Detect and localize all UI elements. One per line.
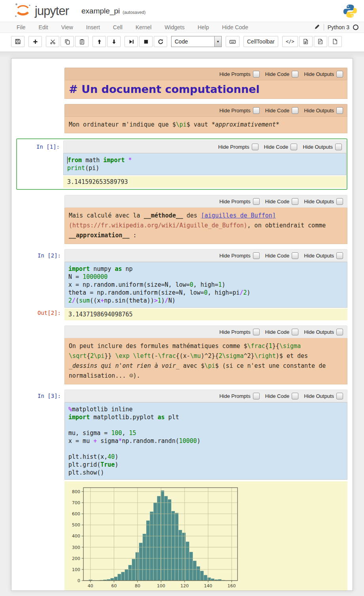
toolbar-group-keyboard <box>226 36 240 47</box>
file-text-button[interactable] <box>299 36 313 47</box>
cut-button[interactable] <box>46 36 59 47</box>
markdown-source[interactable]: On peut inclure des formules mathématiqu… <box>64 338 347 384</box>
select-dropdown-arrow-icon: ▼ <box>214 36 221 47</box>
hide-outputs-checkbox[interactable] <box>336 107 343 114</box>
menu-bar: FileEditViewInsertCellKernelWidgetsHelpH… <box>0 22 364 33</box>
save-icon <box>15 38 21 45</box>
code-button[interactable]: </> <box>282 36 298 47</box>
command-palette-button[interactable] <box>226 36 240 47</box>
toolbar-group <box>28 36 42 47</box>
hide-outputs-label: Hide Outputs <box>304 71 334 77</box>
hide-prompts-checkbox[interactable] <box>253 252 260 259</box>
file-blank-icon <box>332 38 338 45</box>
paste-button[interactable] <box>75 36 89 47</box>
hide-prompts-checkbox[interactable] <box>253 71 260 78</box>
notebook-container: Hide PromptsHide CodeHide Outputs# Un do… <box>11 58 353 591</box>
markdown-cell: Hide PromptsHide CodeHide OutputsOn peut… <box>11 325 353 384</box>
menu-kernel[interactable]: Kernel <box>136 24 151 30</box>
insert-below-button[interactable] <box>28 36 42 47</box>
hide-prompts-checkbox[interactable] <box>253 107 260 114</box>
hide-prompts-label: Hide Prompts <box>218 144 249 150</box>
hide-outputs-label: Hide Outputs <box>304 108 334 114</box>
code-editor[interactable]: %matplotlib inlineimport matplotlib.pypl… <box>64 402 347 480</box>
hide-code-checkbox[interactable] <box>292 107 298 114</box>
menu-help[interactable]: Help <box>198 24 209 30</box>
move-up-button[interactable] <box>92 36 106 47</box>
move-down-button[interactable] <box>107 36 121 47</box>
hide-prompts-checkbox[interactable] <box>253 329 260 335</box>
markdown-source[interactable]: Mon ordinateur m'indique que $\pi$ vaut … <box>64 117 347 133</box>
hide-prompts-checkbox[interactable] <box>253 198 260 205</box>
code-editor[interactable]: from math import *print(pi) <box>63 153 346 175</box>
toolbar: Code▼CellToolbar</> <box>0 33 364 51</box>
hide-code-checkbox[interactable] <box>292 71 298 78</box>
cell-output: 3.1437198694098765 <box>64 308 347 320</box>
menu-file[interactable]: File <box>17 24 26 30</box>
toolbar-group <box>11 36 25 47</box>
prompt-spacer <box>11 104 64 133</box>
jupyter-logo[interactable]: jupyter <box>13 2 69 21</box>
copy-button[interactable] <box>60 36 74 47</box>
svg-text:100: 100 <box>157 583 165 588</box>
cell-visibility-toolbar: Hide PromptsHide CodeHide Outputs <box>64 390 347 402</box>
hide-code-checkbox[interactable] <box>292 393 298 399</box>
hide-code-checkbox[interactable] <box>292 198 298 205</box>
hide-outputs-checkbox[interactable] <box>336 71 343 78</box>
markdown-heading[interactable]: # Un document computationnel <box>64 80 347 99</box>
hide-outputs-checkbox[interactable] <box>336 198 343 205</box>
svg-text:80: 80 <box>135 583 140 588</box>
move-down-icon <box>111 39 117 45</box>
cell-visibility-toolbar: Hide PromptsHide CodeHide Outputs <box>64 68 347 80</box>
save-button[interactable] <box>11 36 25 47</box>
cell-visibility-toolbar: Hide PromptsHide CodeHide Outputs <box>64 104 347 117</box>
run-button[interactable] <box>124 36 138 47</box>
menu-insert[interactable]: Insert <box>86 24 100 30</box>
code-line <box>68 421 343 429</box>
code-line: x = np.random.uniform(size=N, low=0, hig… <box>68 281 343 289</box>
hide-code-label: Hide Code <box>264 144 288 150</box>
hide-outputs-checkbox[interactable] <box>335 144 342 150</box>
svg-text:600: 600 <box>72 511 80 517</box>
code-line: import numpy as np <box>68 265 343 273</box>
restart-button[interactable] <box>154 36 167 47</box>
autosave-status: (autosaved) <box>123 8 145 15</box>
hide-code-checkbox[interactable] <box>292 329 298 335</box>
file-blank-button[interactable] <box>328 36 342 47</box>
menu-cell[interactable]: Cell <box>113 24 123 30</box>
move-up-icon <box>96 39 102 45</box>
copy-icon <box>64 39 70 45</box>
histogram-plot: 4060801001201401600100200300400500600700… <box>64 484 246 591</box>
menu-widgets[interactable]: Widgets <box>164 24 185 30</box>
input-prompt: In [1]: <box>17 140 63 175</box>
celltoolbar-button[interactable]: CellToolbar <box>243 36 278 47</box>
cell-type-select[interactable]: Code▼ <box>171 36 222 47</box>
jupyter-logo-icon <box>13 2 32 21</box>
markdown-line: (https://fr.wikipedia.org/wiki/Aiguille_… <box>69 221 343 231</box>
hide-code-checkbox[interactable] <box>292 252 298 259</box>
file-pdf-button[interactable] <box>314 36 327 47</box>
interrupt-button[interactable] <box>139 36 153 47</box>
hide-outputs-checkbox[interactable] <box>336 252 343 259</box>
code-cell: In [2]:Hide PromptsHide CodeHide Outputs… <box>11 249 353 320</box>
hide-prompts-checkbox[interactable] <box>253 393 260 399</box>
menu-hide-code[interactable]: Hide Code <box>222 24 248 30</box>
notebook-title[interactable]: example_pi <box>81 7 120 15</box>
hide-code-checkbox[interactable] <box>290 144 297 150</box>
toolbar-group-celltoolbar: CellToolbar <box>243 36 278 47</box>
hide-outputs-checkbox[interactable] <box>336 329 343 335</box>
menu-edit[interactable]: Edit <box>39 24 48 30</box>
code-line: mu, sigma = 100, 15 <box>68 429 343 437</box>
hide-prompts-checkbox[interactable] <box>252 144 258 150</box>
markdown-source[interactable]: Mais calculé avec la __méthode__ des [ai… <box>64 208 347 244</box>
input-prompt: In [3]: <box>11 390 64 480</box>
hide-prompts-label: Hide Prompts <box>219 253 251 259</box>
hide-outputs-checkbox[interactable] <box>336 393 343 399</box>
notebook-header: jupyter example_pi (autosaved) <box>0 0 364 22</box>
markdown-line: \sqrt{2\pi}} \exp \left(-\frac{(x-\mu)^2… <box>69 351 343 361</box>
toolbar-group-export: </> <box>282 36 342 47</box>
menu-view[interactable]: View <box>61 24 73 30</box>
hide-outputs-label: Hide Outputs <box>304 253 334 259</box>
code-editor[interactable]: import numpy as npN = 1000000x = np.rand… <box>64 262 347 308</box>
prompt-spacer <box>11 195 64 244</box>
code-line: N = 1000000 <box>68 273 343 281</box>
